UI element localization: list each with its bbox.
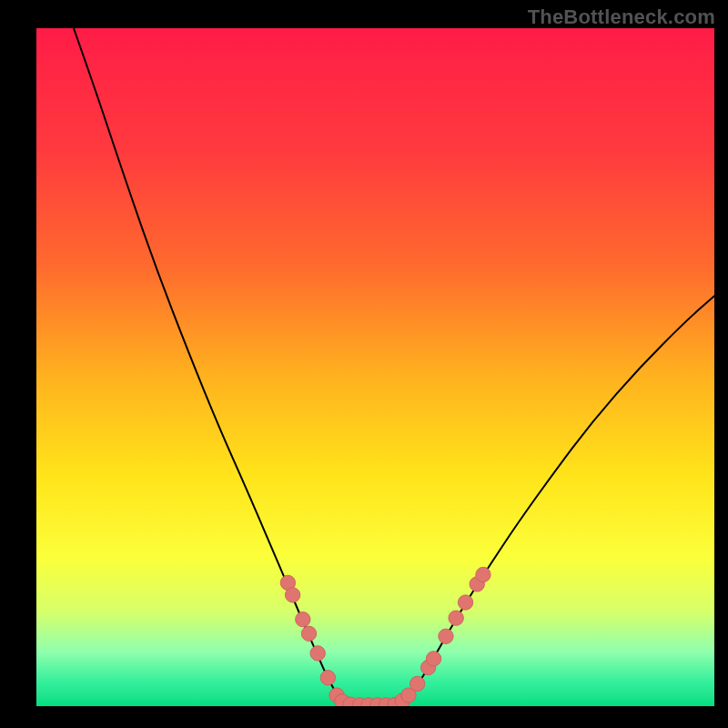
curve-left-curve [74, 28, 355, 705]
data-marker [458, 595, 472, 610]
data-marker [426, 652, 440, 666]
data-marker [285, 588, 299, 602]
data-marker [410, 676, 424, 691]
curve-layer [36, 28, 714, 706]
data-marker [449, 611, 463, 625]
data-marker [296, 612, 310, 626]
data-marker [310, 646, 325, 661]
data-marker [301, 626, 316, 641]
data-marker [320, 671, 335, 685]
plot-area [36, 28, 714, 706]
watermark-text: TheBottleneck.com [528, 5, 715, 29]
data-marker [439, 629, 453, 643]
data-marker [476, 567, 490, 581]
chart-frame: TheBottleneck.com [0, 0, 728, 728]
